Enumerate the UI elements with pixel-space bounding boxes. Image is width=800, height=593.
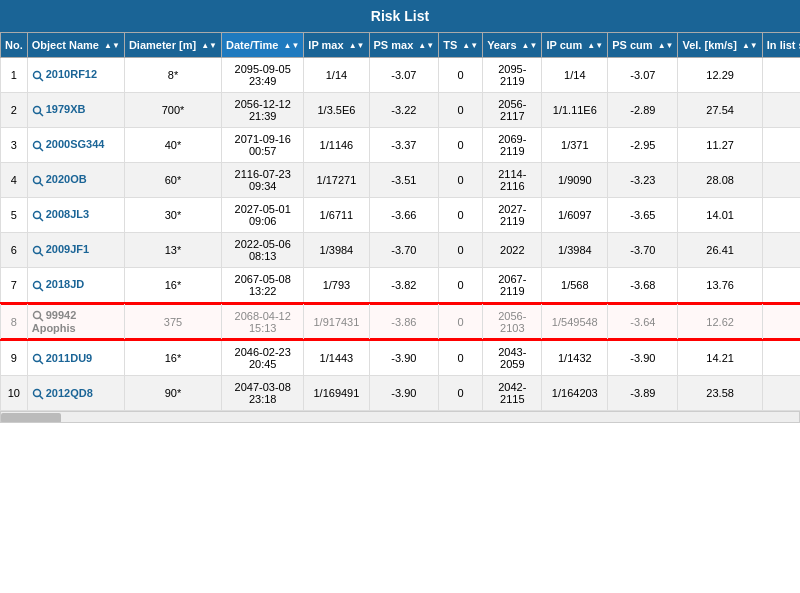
- cell-datetime: 2067-05-08 13:22: [222, 268, 304, 304]
- cell-object-name[interactable]: 1979XB: [27, 93, 124, 128]
- col-inlist[interactable]: In list since [days] ▲▼: [762, 33, 800, 58]
- cell-vel: 23.58: [678, 376, 762, 411]
- table-row: 21979XB700*2056-12-12 21:391/3.5E6-3.220…: [1, 93, 801, 128]
- cell-psmax: -3.70: [369, 233, 439, 268]
- sort-arrows-ts: ▲▼: [462, 42, 478, 50]
- search-icon[interactable]: [32, 245, 44, 257]
- table-row: 102012QD890*2047-03-08 23:181/169491-3.9…: [1, 376, 801, 411]
- cell-ipcum: 1/549548: [542, 303, 608, 340]
- cell-pscum: -3.90: [608, 340, 678, 376]
- cell-ipmax: 1/793: [304, 268, 369, 304]
- cell-psmax: -3.51: [369, 163, 439, 198]
- search-icon[interactable]: [32, 210, 44, 222]
- horizontal-scrollbar[interactable]: [0, 411, 800, 423]
- cell-ts: 0: [439, 376, 483, 411]
- cell-no: 8: [1, 303, 28, 340]
- search-icon[interactable]: [32, 310, 44, 322]
- sort-arrows-ipcum: ▲▼: [587, 42, 603, 50]
- search-icon[interactable]: [32, 388, 44, 400]
- col-vel[interactable]: Vel. [km/s] ▲▼: [678, 33, 762, 58]
- cell-object-name[interactable]: 2000SG344: [27, 128, 124, 163]
- cell-ipmax: 1/1146: [304, 128, 369, 163]
- col-psmax[interactable]: PS max ▲▼: [369, 33, 439, 58]
- cell-diameter: 90*: [124, 376, 221, 411]
- cell-ipmax: 1/14: [304, 58, 369, 93]
- cell-ts: 0: [439, 233, 483, 268]
- cell-inlist: 250: [762, 163, 800, 198]
- col-datetime[interactable]: Date/Time ▲▼: [222, 33, 304, 58]
- cell-pscum: -2.89: [608, 93, 678, 128]
- risk-table: No. Object Name ▲▼ Diameter [m] ▲▼ Date/…: [0, 32, 800, 411]
- svg-line-1: [39, 77, 43, 81]
- col-ts[interactable]: TS ▲▼: [439, 33, 483, 58]
- cell-ts: 0: [439, 303, 483, 340]
- search-icon[interactable]: [32, 175, 44, 187]
- svg-point-2: [33, 106, 40, 113]
- cell-ipcum: 1/3984: [542, 233, 608, 268]
- sort-arrows-name: ▲▼: [104, 42, 120, 50]
- svg-line-5: [39, 147, 43, 151]
- cell-object-name[interactable]: 2009JF1: [27, 233, 124, 268]
- cell-years: 2027-2119: [483, 198, 542, 233]
- svg-point-10: [33, 246, 40, 253]
- cell-diameter: 40*: [124, 128, 221, 163]
- cell-no: 7: [1, 268, 28, 304]
- cell-object-name[interactable]: 2011DU9: [27, 340, 124, 376]
- svg-point-6: [33, 176, 40, 183]
- cell-ts: 0: [439, 198, 483, 233]
- table-row: 62009JF113*2022-05-06 08:131/3984-3.7002…: [1, 233, 801, 268]
- search-icon[interactable]: [32, 105, 44, 117]
- cell-diameter: 13*: [124, 233, 221, 268]
- col-ipcum[interactable]: IP cum ▲▼: [542, 33, 608, 58]
- cell-diameter: 60*: [124, 163, 221, 198]
- col-name[interactable]: Object Name ▲▼: [27, 33, 124, 58]
- cell-ipmax: 1/1443: [304, 340, 369, 376]
- cell-ts: 0: [439, 340, 483, 376]
- col-years[interactable]: Years ▲▼: [483, 33, 542, 58]
- cell-ipmax: 1/3984: [304, 233, 369, 268]
- scrollbar-thumb[interactable]: [1, 413, 61, 423]
- cell-vel: 11.27: [678, 128, 762, 163]
- cell-vel: 27.54: [678, 93, 762, 128]
- search-icon[interactable]: [32, 353, 44, 365]
- cell-pscum: -3.68: [608, 268, 678, 304]
- sort-arrows-years: ▲▼: [522, 42, 538, 50]
- search-icon[interactable]: [32, 70, 44, 82]
- cell-ts: 0: [439, 163, 483, 198]
- cell-datetime: 2046-02-23 20:45: [222, 340, 304, 376]
- cell-ipcum: 1/9090: [542, 163, 608, 198]
- cell-no: 4: [1, 163, 28, 198]
- table-row: 52008JL330*2027-05-01 09:061/6711-3.6602…: [1, 198, 801, 233]
- cell-ipmax: 1/6711: [304, 198, 369, 233]
- cell-datetime: 2095-09-05 23:49: [222, 58, 304, 93]
- cell-inlist: 4545: [762, 128, 800, 163]
- cell-object-name[interactable]: 99942Apophis: [27, 303, 124, 340]
- cell-datetime: 2027-05-01 09:06: [222, 198, 304, 233]
- cell-pscum: -3.64: [608, 303, 678, 340]
- cell-object-name[interactable]: 2018JD: [27, 268, 124, 304]
- cell-inlist: 3853: [762, 58, 800, 93]
- cell-no: 5: [1, 198, 28, 233]
- title-bar: Risk List: [0, 0, 800, 32]
- cell-inlist: 4545: [762, 93, 800, 128]
- cell-object-name[interactable]: 2010RF12: [27, 58, 124, 93]
- col-diameter[interactable]: Diameter [m] ▲▼: [124, 33, 221, 58]
- cell-object-name[interactable]: 2020OB: [27, 163, 124, 198]
- cell-object-name[interactable]: 2012QD8: [27, 376, 124, 411]
- cell-diameter: 700*: [124, 93, 221, 128]
- cell-object-name[interactable]: 2008JL3: [27, 198, 124, 233]
- col-ipmax[interactable]: IP max ▲▼: [304, 33, 369, 58]
- cell-ipmax: 1/917431: [304, 303, 369, 340]
- search-icon[interactable]: [32, 280, 44, 292]
- search-icon[interactable]: [32, 140, 44, 152]
- svg-point-14: [33, 312, 40, 319]
- cell-ipcum: 1/568: [542, 268, 608, 304]
- cell-inlist: 1054: [762, 268, 800, 304]
- cell-vel: 26.41: [678, 233, 762, 268]
- cell-pscum: -3.65: [608, 198, 678, 233]
- svg-line-17: [39, 360, 43, 364]
- col-pscum[interactable]: PS cum ▲▼: [608, 33, 678, 58]
- cell-years: 2056-2103: [483, 303, 542, 340]
- cell-years: 2043-2059: [483, 340, 542, 376]
- svg-line-13: [39, 287, 43, 291]
